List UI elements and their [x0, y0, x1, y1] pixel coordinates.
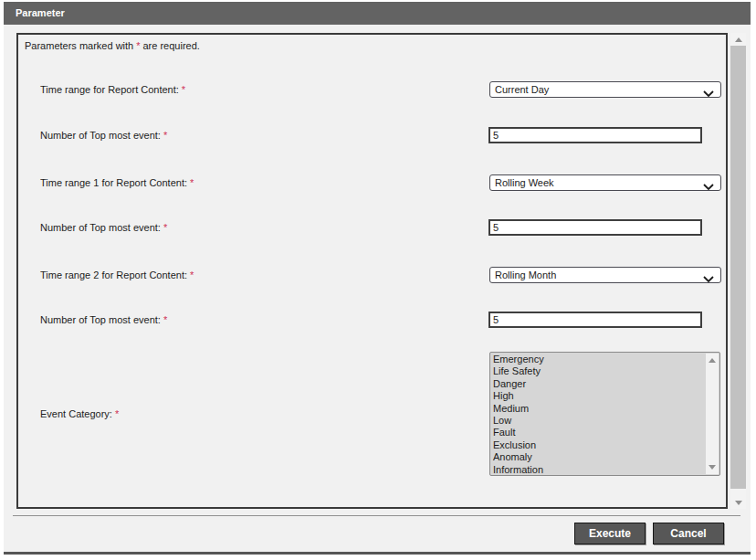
listbox-option[interactable]: Medium [490, 403, 706, 415]
time-range-2-select[interactable]: Rolling Month [489, 267, 721, 283]
required-asterisk: * [182, 84, 185, 95]
required-asterisk: * [163, 222, 167, 233]
select-value: Rolling Month [495, 269, 556, 280]
listbox-options: EmergencyLife SafetyDangerHighMediumLowF… [490, 354, 706, 474]
listbox-option[interactable]: Low [490, 415, 706, 427]
required-asterisk: * [190, 269, 194, 280]
scroll-up-icon[interactable] [709, 358, 716, 363]
event-category-listbox[interactable]: EmergencyLife SafetyDangerHighMediumLowF… [489, 352, 720, 476]
scrollbar-thumb[interactable] [730, 46, 746, 489]
listbox-option[interactable]: Life Safety [490, 365, 706, 377]
required-asterisk: * [136, 40, 140, 51]
required-asterisk: * [163, 314, 167, 325]
field-label-time-range: Time range for Report Content:* [40, 81, 469, 98]
scroll-down-icon[interactable] [730, 496, 746, 509]
field-label-time-range-1: Time range 1 for Report Content:* [40, 174, 469, 191]
time-range-select[interactable]: Current Day [489, 81, 721, 98]
required-asterisk: * [115, 408, 119, 419]
parameter-panel: Parameters marked with*are required. Tim… [16, 33, 728, 509]
required-note-prefix: Parameters marked with [25, 40, 133, 51]
required-asterisk: * [190, 177, 194, 188]
listbox-option[interactable]: Emergency [490, 354, 706, 365]
top-events-input-2[interactable] [488, 219, 702, 236]
listbox-option[interactable]: Fault [490, 427, 706, 438]
time-range-1-select[interactable]: Rolling Week [489, 174, 721, 191]
scroll-down-icon[interactable] [709, 465, 716, 470]
top-events-input-3[interactable] [488, 312, 702, 328]
chevron-down-icon [703, 180, 714, 195]
listbox-option[interactable]: Information [490, 464, 706, 476]
chevron-down-icon [703, 87, 714, 101]
required-asterisk: * [163, 130, 167, 141]
field-label-top-events-3: Number of Top most event:* [40, 312, 469, 328]
execute-button[interactable]: Execute [574, 523, 646, 544]
field-label-top-events-2: Number of Top most event:* [40, 219, 469, 236]
parameter-dialog: Parameter Parameters marked with*are req… [4, 2, 751, 555]
listbox-option[interactable]: Danger [490, 378, 706, 390]
field-label-event-category: Event Category:* [40, 352, 469, 476]
dialog-title: Parameter [4, 2, 751, 25]
listbox-scrollbar[interactable] [706, 354, 719, 474]
scroll-up-icon[interactable] [730, 33, 746, 46]
chevron-down-icon [703, 272, 714, 287]
field-label-top-events-1: Number of Top most event:* [40, 127, 469, 143]
select-value: Rolling Week [495, 177, 554, 188]
listbox-option[interactable]: High [490, 390, 706, 402]
panel-scrollbar[interactable] [730, 33, 746, 509]
listbox-option[interactable]: Anomaly [490, 451, 706, 463]
required-note: Parameters marked with*are required. [25, 40, 200, 51]
field-label-time-range-2: Time range 2 for Report Content:* [40, 267, 469, 283]
cancel-button[interactable]: Cancel [653, 523, 724, 544]
required-note-suffix: are required. [143, 40, 200, 51]
top-events-input-1[interactable] [488, 127, 702, 143]
listbox-option[interactable]: Exclusion [490, 439, 706, 451]
footer-divider [13, 515, 740, 516]
select-value: Current Day [495, 84, 549, 95]
screen: Parameter Parameters marked with*are req… [0, 0, 756, 560]
